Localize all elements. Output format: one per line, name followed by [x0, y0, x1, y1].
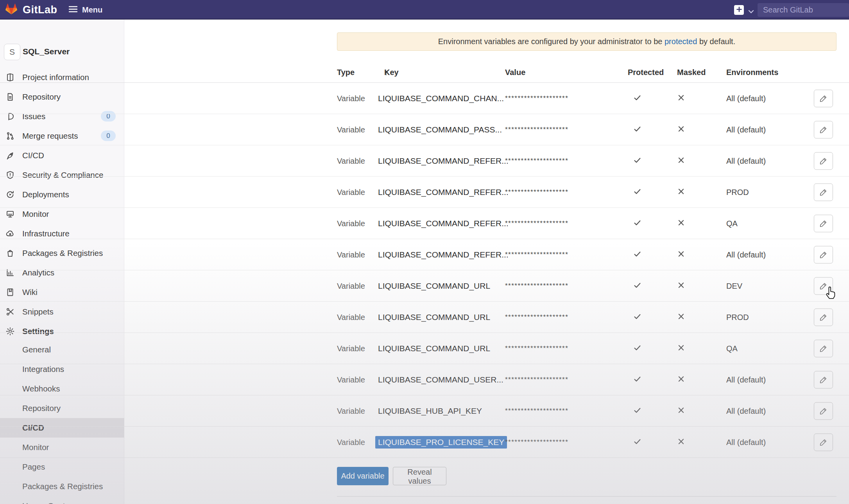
sidebar-subitem-label: Pages — [22, 457, 45, 477]
protected-check-icon — [630, 374, 644, 385]
variable-row: VariableLIQUIBASE_COMMAND_REFER...******… — [0, 239, 849, 270]
top-navbar: GitLab Menu — [0, 0, 849, 20]
variable-row: VariableLIQUIBASE_COMMAND_CHAN...*******… — [0, 83, 849, 114]
variable-row: VariableLIQUIBASE_COMMAND_URL***********… — [0, 333, 849, 364]
new-item-button[interactable] — [734, 5, 744, 15]
protected-check-icon — [630, 249, 644, 260]
menu-button[interactable]: Menu — [69, 0, 102, 20]
protected-check-icon — [630, 406, 644, 416]
variable-type: Variable — [337, 125, 365, 134]
variable-key: LIQUIBASE_COMMAND_URL — [378, 281, 490, 291]
variable-environment: All (default) — [726, 406, 766, 415]
sidebar-subitem-packages-registries[interactable]: Packages & Registries — [0, 477, 124, 496]
variable-row: VariableLIQUIBASE_COMMAND_REFER...******… — [0, 145, 849, 177]
variable-environment: All (default) — [726, 94, 766, 103]
protected-variables-banner: Environment variables are configured by … — [337, 32, 836, 51]
masked-x-icon — [675, 250, 687, 259]
variable-row: VariableLIQUIBASE_COMMAND_USER...*******… — [0, 364, 849, 395]
search-input[interactable] — [758, 3, 849, 17]
protected-check-icon — [630, 124, 644, 135]
gitlab-tanuki-logo-icon — [5, 4, 17, 16]
reveal-values-button[interactable]: Reveal values — [393, 467, 446, 485]
variable-environment: PROD — [726, 188, 749, 197]
gitlab-app: GitLab Menu S SQL_Server Project informa… — [0, 0, 849, 504]
banner-text-after: by default. — [697, 37, 735, 46]
edit-variable-button[interactable] — [814, 183, 833, 201]
variable-key: LIQUIBASE_COMMAND_USER... — [378, 375, 503, 384]
variable-type: Variable — [337, 375, 365, 384]
variable-row: VariableLIQUIBASE_COMMAND_PASS...*******… — [0, 114, 849, 145]
table-actions: Add variable Reveal values — [337, 467, 446, 485]
variable-value-masked: ******************** — [505, 282, 568, 290]
variable-environment: All (default) — [726, 438, 766, 447]
project-name: SQL_Server — [23, 47, 70, 56]
protected-check-icon — [630, 343, 644, 354]
masked-x-icon — [675, 343, 687, 353]
variable-type: Variable — [337, 438, 365, 447]
variable-environment: All (default) — [726, 125, 766, 134]
edit-variable-button[interactable] — [814, 121, 833, 138]
masked-x-icon — [675, 312, 687, 322]
variable-row: VariableLIQUIBASE_COMMAND_REFER...******… — [0, 208, 849, 239]
protected-check-icon — [630, 312, 644, 322]
edit-variable-button[interactable] — [814, 308, 833, 326]
protected-check-icon — [630, 155, 644, 166]
header-masked: Masked — [677, 63, 706, 82]
variable-key: LIQUIBASE_HUB_API_KEY — [378, 406, 482, 416]
variable-key: LIQUIBASE_COMMAND_REFER... — [378, 250, 509, 259]
protected-check-icon — [630, 437, 644, 447]
brand-wordmark: GitLab — [23, 4, 57, 16]
variable-row: VariableLIQUIBASE_HUB_API_KEY***********… — [0, 395, 849, 427]
new-item-dropdown-chevron[interactable] — [748, 8, 754, 15]
edit-variable-button[interactable] — [814, 152, 833, 170]
variable-value-masked: ******************** — [505, 345, 568, 352]
variable-key: LIQUIBASE_COMMAND_REFER... — [378, 156, 509, 166]
edit-variable-button[interactable] — [814, 277, 833, 295]
masked-x-icon — [675, 156, 687, 166]
section-divider — [337, 496, 836, 497]
sidebar-subitem-label: Usage Quotas — [22, 496, 73, 504]
header-environments: Environments — [726, 63, 778, 82]
variable-type: Variable — [337, 156, 365, 165]
variable-row: VariableLIQUIBASE_COMMAND_URL***********… — [0, 302, 849, 333]
header-protected: Protected — [628, 63, 664, 82]
variable-type: Variable — [337, 313, 365, 322]
menu-label: Menu — [82, 5, 102, 14]
edit-variable-button[interactable] — [814, 246, 833, 263]
variable-environment: All (default) — [726, 375, 766, 384]
masked-x-icon — [675, 187, 687, 197]
edit-variable-button[interactable] — [814, 214, 833, 232]
edit-variable-button[interactable] — [814, 89, 833, 107]
variable-type: Variable — [337, 188, 365, 197]
variable-type: Variable — [337, 94, 365, 103]
header-type: Type — [337, 63, 355, 82]
project-header[interactable]: S SQL_Server — [0, 44, 124, 62]
masked-x-icon — [675, 125, 687, 134]
variable-value-masked: ******************** — [505, 407, 568, 415]
variable-environment: QA — [726, 344, 738, 353]
variable-key: LIQUIBASE_COMMAND_CHAN... — [378, 94, 504, 103]
gitlab-home-link[interactable]: GitLab — [5, 0, 57, 20]
variable-value-masked: ******************** — [505, 157, 568, 165]
variable-environment: PROD — [726, 313, 749, 322]
variable-key: LIQUIBASE_COMMAND_PASS... — [378, 125, 502, 134]
edit-variable-button[interactable] — [814, 402, 833, 420]
sidebar-subitem-pages[interactable]: Pages — [0, 457, 124, 477]
variable-type: Variable — [337, 250, 365, 259]
edit-variable-button[interactable] — [814, 371, 833, 388]
variable-key: LIQUIBASE_COMMAND_REFER... — [378, 219, 509, 228]
variable-value-masked: ******************** — [505, 438, 568, 446]
variable-type: Variable — [337, 219, 365, 228]
sidebar-subitem-usage-quotas[interactable]: Usage Quotas — [0, 496, 124, 504]
protected-link[interactable]: protected — [665, 37, 697, 46]
edit-variable-button[interactable] — [814, 340, 833, 357]
variable-key: LIQUIBASE_COMMAND_URL — [378, 313, 490, 322]
protected-check-icon — [630, 281, 644, 291]
header-value: Value — [505, 63, 525, 82]
variable-row: VariableLIQUIBASE_COMMAND_REFER...******… — [0, 177, 849, 208]
variable-environment: All (default) — [726, 250, 766, 259]
masked-x-icon — [675, 218, 687, 228]
protected-check-icon — [630, 187, 644, 197]
add-variable-button[interactable]: Add variable — [337, 467, 389, 485]
edit-variable-button[interactable] — [814, 433, 833, 451]
